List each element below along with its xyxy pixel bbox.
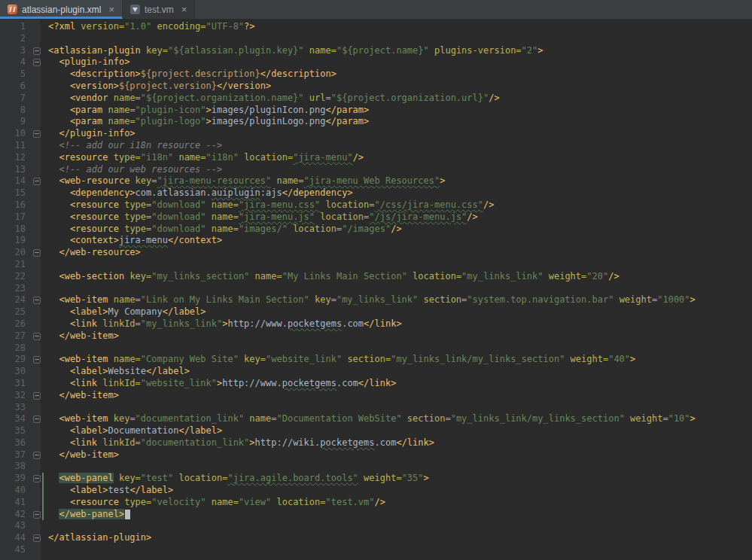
- close-icon[interactable]: ×: [108, 5, 114, 14]
- code-line[interactable]: 4 <plugin-info>: [0, 56, 752, 68]
- fold-end-icon[interactable]: [33, 511, 41, 519]
- tab-label: atlassian-plugin.xml: [22, 5, 101, 15]
- line-number: 18: [0, 224, 30, 236]
- line-number: 34: [0, 413, 30, 425]
- code-line[interactable]: 31 <link linkId="website_link">http://ww…: [0, 378, 752, 390]
- code-line[interactable]: 1<?xml version="1.0" encoding="UTF-8"?>: [0, 21, 752, 33]
- fold-column: [30, 93, 44, 105]
- code-line[interactable]: 17 <resource type="download" name="jira-…: [0, 212, 752, 224]
- code-line[interactable]: 41 <resource type="velocity" name="view"…: [0, 497, 752, 509]
- fold-column: [30, 509, 44, 521]
- code-token: </param>: [325, 105, 369, 115]
- code-token: "my_links_link/my_links_section": [391, 354, 565, 364]
- code-line[interactable]: 15 <dependency>com.atlassian.auiplugin:a…: [0, 187, 752, 199]
- code-line[interactable]: 16 <resource type="download" name="jira-…: [0, 199, 752, 212]
- code-token: images/pluginLogo.png: [212, 116, 326, 126]
- code-line[interactable]: 43: [0, 520, 752, 532]
- code-line[interactable]: 37 </web-item>: [0, 449, 752, 461]
- tab-test-vm[interactable]: test.vm ×: [123, 0, 195, 19]
- code-line[interactable]: 6 <version>${project.version}</version>: [0, 81, 752, 93]
- code-line[interactable]: 7 <vendor name="${project.organization.n…: [0, 93, 752, 105]
- code-line[interactable]: 32 </web-item>: [0, 390, 752, 402]
- code-line[interactable]: 3<atlassian-plugin key="${atlassian.plug…: [0, 45, 752, 57]
- code-token: >: [537, 45, 543, 56]
- fold-column: [30, 164, 44, 176]
- code-token: "${atlassian.plugin.key}": [168, 45, 304, 56]
- line-number: 27: [0, 330, 30, 342]
- code-text: <label>My Company</label>: [44, 306, 752, 318]
- fold-start-icon[interactable]: [33, 297, 41, 304]
- code-line[interactable]: 12 <resource type="i18n" name="i18n" loc…: [0, 152, 752, 164]
- code-line[interactable]: 14 <web-resource key="jira-menu-resource…: [0, 175, 752, 187]
- code-line[interactable]: 45: [0, 544, 752, 556]
- line-number: 3: [0, 45, 30, 57]
- fold-column: [30, 187, 44, 199]
- code-line[interactable]: 5 <description>${project.description}</d…: [0, 68, 752, 81]
- code-token: key=: [239, 354, 266, 364]
- code-line[interactable]: 38: [0, 461, 752, 473]
- code-line[interactable]: 2: [0, 33, 752, 45]
- code-token: "/images": [342, 224, 391, 234]
- code-line[interactable]: 24 <web-item name="Link on My Links Main…: [0, 294, 752, 306]
- code-line[interactable]: 21: [0, 259, 752, 271]
- code-token: linkId=: [102, 318, 141, 329]
- code-token: <label>: [48, 425, 108, 436]
- fold-end-icon[interactable]: [33, 392, 41, 400]
- fold-end-icon[interactable]: [33, 130, 41, 138]
- line-number: 23: [0, 283, 30, 295]
- code-token: "system.top.navigation.bar": [467, 294, 613, 305]
- fold-end-icon[interactable]: [33, 249, 41, 257]
- code-line[interactable]: 39 <web-panel key="test" location="jira.…: [0, 473, 752, 485]
- fold-end-icon[interactable]: [33, 534, 41, 542]
- fold-column: [30, 449, 44, 461]
- fold-start-icon[interactable]: [33, 59, 41, 66]
- code-token: "40": [608, 354, 630, 364]
- fold-start-icon[interactable]: [33, 47, 41, 55]
- code-line[interactable]: 8 <param name="plugin-icon">images/plugi…: [0, 105, 752, 117]
- code-line[interactable]: 22 <web-section key="my_links_section" n…: [0, 271, 752, 283]
- code-line[interactable]: 36 <link linkId="documentation_link">htt…: [0, 437, 752, 449]
- code-token: "jira-menu.css": [239, 199, 320, 210]
- code-text: <web-panel key="test" location="jira.agi…: [44, 473, 752, 485]
- code-line[interactable]: 42 </web-panel>: [0, 509, 752, 521]
- fold-start-icon[interactable]: [33, 475, 41, 482]
- code-line[interactable]: 28: [0, 342, 752, 355]
- code-line[interactable]: 27 </web-item>: [0, 330, 752, 342]
- code-line[interactable]: 20 </web-resource>: [0, 247, 752, 259]
- code-editor: 1<?xml version="1.0" encoding="UTF-8"?>2…: [0, 20, 752, 560]
- code-line[interactable]: 23: [0, 283, 752, 295]
- code-line[interactable]: 26 <link linkId="my_links_link">http://w…: [0, 318, 752, 330]
- fold-start-icon[interactable]: [33, 356, 41, 364]
- code-token: name=: [108, 105, 135, 115]
- code-token: "test": [141, 473, 173, 483]
- fold-column: [30, 318, 44, 330]
- code-text: <atlassian-plugin key="${atlassian.plugi…: [44, 45, 752, 57]
- fold-end-icon[interactable]: [33, 333, 41, 340]
- code-line[interactable]: 33: [0, 402, 752, 414]
- code-token: location=: [315, 212, 369, 222]
- code-line[interactable]: 34 <web-item key="documentation_link" na…: [0, 413, 752, 425]
- fold-start-icon[interactable]: [33, 178, 41, 185]
- code-line[interactable]: 10 </plugin-info>: [0, 128, 752, 140]
- line-number: 19: [0, 235, 30, 247]
- tab-atlassian-plugin-xml[interactable]: atlassian-plugin.xml ×: [0, 0, 123, 19]
- code-line[interactable]: 35 <label>Documentation</label>: [0, 425, 752, 437]
- code-line[interactable]: 9 <param name="plugin-logo">images/plugi…: [0, 116, 752, 128]
- fold-start-icon[interactable]: [33, 415, 41, 423]
- code-line[interactable]: 44</atlassian-plugin>: [0, 532, 752, 544]
- code-line[interactable]: 30 <label>Website</label>: [0, 366, 752, 378]
- line-number: 39: [0, 473, 30, 485]
- code-line[interactable]: 29 <web-item name="Company Web Site" key…: [0, 354, 752, 366]
- fold-column: [30, 354, 44, 366]
- code-line[interactable]: 11 <!-- add our i18n resource -->: [0, 140, 752, 152]
- fold-end-icon[interactable]: [33, 452, 41, 459]
- code-line[interactable]: 40 <label>test</label>: [0, 485, 752, 497]
- code-line[interactable]: 25 <label>My Company</label>: [0, 306, 752, 318]
- code-line[interactable]: 19 <context>jira-menu</context>: [0, 235, 752, 247]
- code-line[interactable]: 18 <resource type="download" name="image…: [0, 224, 752, 236]
- close-icon[interactable]: ×: [181, 5, 187, 14]
- code-token: key=: [114, 473, 141, 483]
- code-token: <plugin-info>: [48, 56, 129, 67]
- code-token: ${project.description}: [141, 68, 260, 79]
- code-line[interactable]: 13 <!-- add our web resources -->: [0, 164, 752, 176]
